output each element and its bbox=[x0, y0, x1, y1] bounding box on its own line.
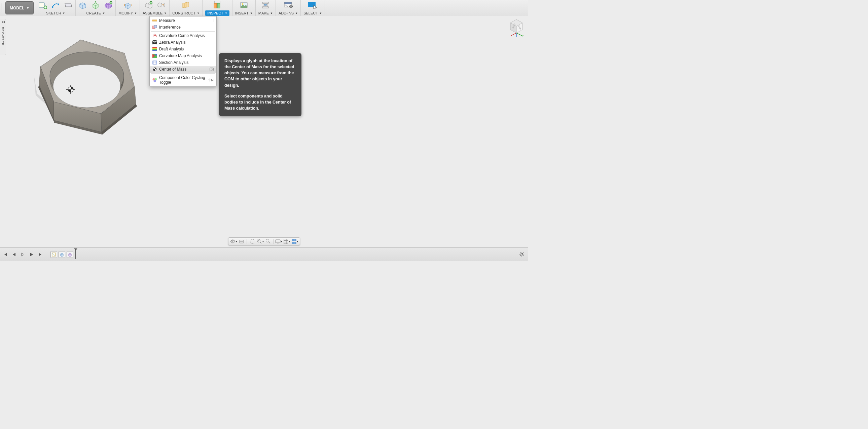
zebra-icon bbox=[152, 40, 157, 45]
svg-rect-10 bbox=[217, 3, 220, 8]
inspect-dropdown-menu: Measure I Interference Curvature Comb An… bbox=[149, 16, 217, 87]
select-tool-icon[interactable] bbox=[308, 1, 318, 9]
svg-rect-26 bbox=[152, 48, 157, 49]
toolbar-group-sketch: SKETCH▼ bbox=[36, 0, 76, 16]
menu-item-curvature-map[interactable]: Curvature Map Analysis bbox=[150, 53, 216, 59]
3d-print-icon[interactable] bbox=[261, 1, 270, 9]
interference-icon bbox=[152, 25, 157, 30]
scripts-icon[interactable]: >_ bbox=[284, 1, 293, 9]
fit-icon[interactable] bbox=[265, 238, 272, 245]
workspace-switcher[interactable]: MODEL ▼ bbox=[5, 1, 34, 14]
box-icon[interactable] bbox=[79, 1, 87, 9]
toolbar-group-label[interactable]: INSERT▼ bbox=[235, 10, 253, 16]
tooltip-paragraph-1: Displays a glyph at the location of the … bbox=[224, 59, 294, 88]
center-of-mass-icon bbox=[152, 67, 157, 72]
menu-item-section[interactable]: Section Analysis bbox=[150, 59, 216, 66]
color-cycle-icon bbox=[152, 78, 157, 82]
hex-nut-model[interactable] bbox=[27, 30, 141, 137]
insert-decal-icon[interactable] bbox=[240, 1, 248, 9]
joint-icon[interactable] bbox=[157, 1, 165, 9]
svg-rect-53 bbox=[294, 242, 297, 244]
toolbar-group-inspect: INSPECT▼ bbox=[203, 0, 232, 16]
chevron-down-icon: ▼ bbox=[102, 12, 105, 15]
toolbar-group-label[interactable]: ASSEMBLE▼ bbox=[143, 10, 166, 16]
timeline-start-icon[interactable] bbox=[3, 252, 8, 257]
toolbar-group-modify: MODIFY▼ bbox=[116, 0, 140, 16]
feature-extrude-icon[interactable] bbox=[59, 251, 65, 258]
svg-point-43 bbox=[232, 241, 233, 242]
toolbar-group-assemble: ASSEMBLE▼ bbox=[140, 0, 169, 16]
svg-rect-8 bbox=[164, 4, 165, 6]
chevron-down-icon: ▼ bbox=[295, 12, 298, 15]
timeline-play-icon[interactable] bbox=[29, 252, 34, 257]
timeline-end-icon[interactable] bbox=[38, 252, 43, 257]
create-sketch-icon[interactable] bbox=[38, 1, 47, 9]
workspace-label: MODEL bbox=[10, 6, 24, 10]
svg-rect-24 bbox=[154, 25, 157, 28]
press-pull-icon[interactable] bbox=[123, 1, 132, 9]
chevron-down-icon: ▼ bbox=[63, 12, 65, 15]
toolbar-group-select: SELECT▼ bbox=[301, 0, 325, 16]
toolbar-group-label[interactable]: CONSTRUCT▼ bbox=[172, 10, 199, 16]
svg-rect-27 bbox=[152, 49, 157, 50]
svg-rect-49 bbox=[277, 243, 279, 243]
navigation-bar: ▾ ▾ ▾ ▾ ▾ bbox=[228, 237, 300, 245]
tooltip-paragraph-2: Select components and solid bodies to in… bbox=[224, 94, 291, 110]
view-cube[interactable]: RIGHT BACK Y bbox=[507, 18, 526, 36]
new-component-icon[interactable] bbox=[144, 1, 153, 9]
svg-rect-25 bbox=[152, 47, 157, 48]
extrude-icon[interactable] bbox=[91, 1, 100, 9]
timeline-back-icon[interactable] bbox=[11, 252, 17, 257]
center-of-mass-tooltip: Displays a glyph at the location of the … bbox=[219, 53, 302, 116]
toolbar-group-construct: CONSTRUCT▼ bbox=[169, 0, 203, 16]
settings-gear-icon[interactable] bbox=[519, 251, 526, 258]
toolbar-grip[interactable] bbox=[0, 0, 3, 16]
toolbar-group-label[interactable]: CREATE▼ bbox=[86, 10, 105, 16]
orbit-icon[interactable]: ▾ bbox=[230, 238, 237, 245]
3d-viewport[interactable]: RIGHT BACK Y bbox=[0, 16, 528, 248]
timeline-marker[interactable] bbox=[75, 250, 76, 259]
svg-point-12 bbox=[242, 3, 243, 5]
toolbar-group-label[interactable]: MAKE▼ bbox=[258, 10, 273, 16]
timeline-forward-icon[interactable] bbox=[20, 252, 26, 257]
form-icon[interactable] bbox=[104, 1, 113, 9]
pan-icon[interactable] bbox=[248, 238, 256, 245]
feature-chamfer-icon[interactable] bbox=[67, 251, 73, 258]
curvature-map-icon bbox=[152, 54, 157, 58]
menu-item-draft[interactable]: Draft Analysis bbox=[150, 46, 216, 53]
svg-rect-50 bbox=[292, 239, 294, 241]
svg-rect-14 bbox=[262, 7, 269, 8]
menu-item-color-cycling[interactable]: Component Color Cycling Toggle ⇧N bbox=[150, 74, 216, 86]
look-at-icon[interactable] bbox=[238, 238, 245, 245]
rectangle-tool-icon[interactable] bbox=[64, 1, 73, 9]
menu-item-curvature-comb[interactable]: Curvature Comb Analysis bbox=[150, 32, 216, 39]
chevron-down-icon: ▼ bbox=[270, 12, 273, 15]
svg-point-36 bbox=[53, 65, 120, 107]
chevron-down-icon: ▼ bbox=[319, 12, 322, 15]
section-icon bbox=[152, 60, 157, 65]
toolbar-group-label[interactable]: SKETCH▼ bbox=[46, 10, 65, 16]
toolbar-group-label[interactable]: ADD-INS▼ bbox=[279, 10, 298, 16]
svg-rect-45 bbox=[240, 241, 243, 242]
line-tool-icon[interactable] bbox=[51, 1, 60, 9]
menu-item-measure[interactable]: Measure I bbox=[150, 17, 216, 24]
zoom-icon[interactable]: ▾ bbox=[256, 238, 264, 245]
chevron-down-icon: ▼ bbox=[164, 12, 166, 15]
grid-settings-icon[interactable]: ▾ bbox=[283, 238, 290, 245]
measure-icon[interactable] bbox=[213, 1, 222, 9]
construct-plane-icon[interactable] bbox=[182, 1, 190, 9]
menu-item-zebra[interactable]: Zebra Analysis bbox=[150, 39, 216, 46]
svg-point-47 bbox=[266, 239, 269, 242]
repeat-flag-icon bbox=[210, 68, 214, 71]
display-settings-icon[interactable]: ▾ bbox=[275, 238, 282, 245]
svg-rect-52 bbox=[292, 242, 294, 244]
feature-sketch-icon[interactable] bbox=[51, 251, 57, 258]
menu-item-interference[interactable]: Interference bbox=[150, 24, 216, 31]
toolbar-group-make: MAKE▼ bbox=[256, 0, 276, 16]
toolbar-group-label[interactable]: SELECT▼ bbox=[304, 10, 322, 16]
toolbar-group-label[interactable]: MODIFY▼ bbox=[118, 10, 137, 16]
toolbar-group-label[interactable]: INSPECT▼ bbox=[205, 10, 229, 16]
menu-item-center-of-mass[interactable]: Center of Mass bbox=[150, 66, 216, 73]
svg-rect-13 bbox=[262, 2, 269, 3]
viewport-layout-icon[interactable]: ▾ bbox=[291, 238, 299, 245]
